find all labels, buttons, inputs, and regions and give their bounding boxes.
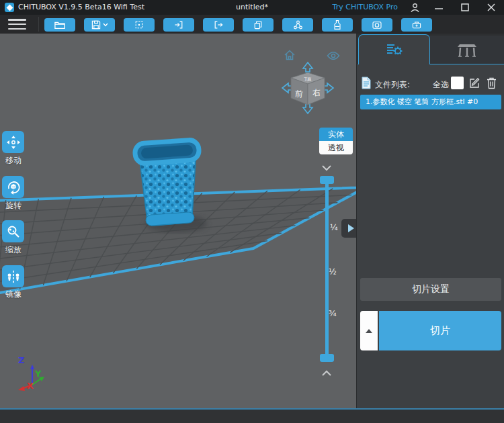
select-all-label: 全选 bbox=[433, 79, 449, 91]
slice-button[interactable]: 切片 bbox=[379, 311, 501, 350]
save-file-button[interactable] bbox=[84, 18, 115, 32]
export-icon bbox=[213, 19, 224, 30]
resin-vat-icon bbox=[333, 19, 342, 30]
menu-button[interactable] bbox=[8, 19, 26, 30]
chevron-down-icon[interactable] bbox=[321, 164, 333, 171]
try-chitubox-pro-link[interactable]: Try CHITUBOX Pro bbox=[333, 3, 398, 11]
slice-settings-label: 切片设置 bbox=[412, 283, 450, 295]
slice-options-expand-button[interactable] bbox=[360, 311, 378, 350]
open-file-button[interactable] bbox=[44, 18, 75, 32]
move-tool-button[interactable] bbox=[2, 131, 24, 153]
rotate-down-arrow-icon bbox=[303, 104, 312, 113]
cube-face-right-label: 右 bbox=[311, 87, 321, 97]
scale-tool-button[interactable] bbox=[2, 220, 24, 242]
rotate-tool-label: 旋转 bbox=[0, 200, 27, 211]
import-button[interactable] bbox=[163, 18, 194, 32]
axis-z-label: Z bbox=[18, 355, 24, 365]
close-button[interactable] bbox=[481, 0, 501, 15]
play-icon bbox=[348, 224, 354, 232]
triangle-up-icon bbox=[366, 329, 372, 333]
export-button[interactable] bbox=[203, 18, 234, 32]
edit-icon bbox=[470, 79, 479, 87]
perspective-label: 透视 bbox=[328, 142, 344, 154]
delete-button[interactable] bbox=[486, 77, 497, 89]
minimize-icon bbox=[434, 3, 444, 12]
axis-y-label: Y bbox=[35, 369, 41, 379]
resin-test-button[interactable] bbox=[322, 18, 353, 32]
slice-label: 切片 bbox=[430, 324, 450, 337]
scale-tool-label: 缩放 bbox=[0, 244, 27, 256]
chevron-up-icon[interactable] bbox=[321, 370, 333, 377]
save-icon bbox=[91, 19, 101, 30]
rename-button[interactable] bbox=[469, 77, 480, 89]
file-document-icon bbox=[361, 77, 372, 89]
maximize-button[interactable] bbox=[455, 0, 475, 15]
transform-box-icon bbox=[134, 19, 144, 30]
rotate-icon bbox=[6, 180, 21, 195]
mirror-tool-button[interactable] bbox=[2, 265, 24, 287]
repair-toolbox-icon bbox=[411, 19, 422, 30]
slider-upper-handle[interactable] bbox=[320, 176, 334, 184]
select-all-checkbox[interactable] bbox=[451, 77, 464, 89]
minimize-button[interactable] bbox=[429, 0, 449, 15]
repair-button[interactable] bbox=[401, 18, 432, 32]
home-icon bbox=[285, 51, 294, 60]
mirror-tool-label: 镜像 bbox=[0, 289, 27, 300]
settings-list-icon bbox=[386, 42, 403, 57]
account-button[interactable] bbox=[405, 0, 425, 15]
tab-support[interactable] bbox=[430, 36, 504, 64]
move-icon bbox=[6, 135, 21, 150]
view-cube[interactable]: 顶 前 右 bbox=[279, 59, 337, 117]
trash-icon bbox=[487, 79, 496, 89]
copy-button[interactable] bbox=[243, 18, 274, 32]
support-pillars-icon bbox=[457, 42, 477, 58]
rotate-left-arrow-icon bbox=[282, 83, 292, 93]
cube-face-front-label: 前 bbox=[294, 89, 303, 99]
rotate-right-arrow-icon bbox=[324, 83, 333, 93]
move-tool-label: 移动 bbox=[0, 155, 27, 167]
file-list-item[interactable]: 1.参数化 镂空 笔筒 方形框.stl #0 bbox=[360, 95, 501, 109]
chevron-down-icon bbox=[103, 23, 108, 27]
network-icon bbox=[292, 19, 304, 30]
mirror-icon bbox=[6, 269, 21, 284]
file-list-title: 文件列表: bbox=[375, 79, 410, 91]
user-icon bbox=[410, 3, 420, 13]
slider-half-label: ½ bbox=[329, 267, 337, 277]
open-folder-icon bbox=[54, 19, 66, 30]
axis-x-label: X bbox=[27, 381, 34, 391]
network-send-button[interactable] bbox=[282, 18, 313, 32]
solid-label: 实体 bbox=[328, 129, 344, 140]
tab-settings[interactable] bbox=[358, 34, 430, 64]
eye-icon bbox=[328, 52, 339, 60]
cube-face-top-label: 顶 bbox=[304, 77, 312, 82]
slider-quarter-label: ¼ bbox=[330, 223, 338, 232]
close-icon bbox=[487, 3, 496, 12]
rotate-tool-button[interactable] bbox=[2, 176, 24, 198]
slice-settings-button[interactable]: 切片设置 bbox=[360, 278, 501, 301]
slider-lower-handle[interactable] bbox=[320, 354, 334, 362]
status-bar bbox=[0, 410, 504, 423]
snapshot-button[interactable] bbox=[362, 18, 392, 32]
render-mode-perspective-button[interactable]: 透视 bbox=[319, 141, 353, 154]
slider-threequarter-label: ¾ bbox=[329, 309, 337, 318]
maximize-icon bbox=[460, 3, 470, 12]
app-logo-icon bbox=[5, 3, 14, 12]
camera-icon bbox=[372, 20, 382, 30]
scale-icon bbox=[6, 224, 21, 239]
render-mode-solid-button[interactable]: 实体 bbox=[319, 128, 353, 141]
import-icon bbox=[173, 19, 184, 30]
rotate-up-arrow-icon bbox=[303, 62, 312, 72]
app-title: CHITUBOX V1.9.5 Beta16 Wifi Test bbox=[18, 3, 144, 11]
auto-layout-button[interactable] bbox=[124, 18, 155, 32]
copy-icon bbox=[253, 19, 263, 30]
